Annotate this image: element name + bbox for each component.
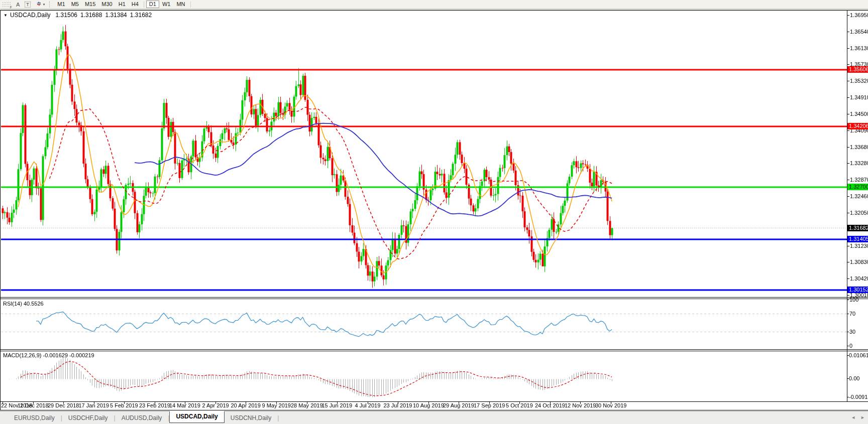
timeframe-w1-button[interactable]: W1 xyxy=(159,1,174,8)
tab-divider: | xyxy=(277,414,279,421)
text-icon: A xyxy=(16,2,20,8)
rsi-indicator-label: RSI(14) 40.5526 xyxy=(3,301,44,307)
toolbar-separator xyxy=(144,2,144,8)
toolbar-grip xyxy=(49,2,51,8)
chart-title: ▼ USDCAD,Daily 1.31506 1.31688 1.31384 1… xyxy=(4,12,155,19)
chart-symbol-label: USDCAD,Daily xyxy=(10,12,51,19)
chart-tab-usdcad[interactable]: USDCAD,Daily xyxy=(169,411,224,423)
tab-scroll-left-icon[interactable]: ◄ xyxy=(851,415,855,420)
chart-low-value: 1.31384 xyxy=(105,12,127,19)
chart-tab-eurusd[interactable]: EURUSD,Daily xyxy=(8,413,61,423)
arrows-icon xyxy=(36,1,42,8)
tab-scroll-right-icon[interactable]: ► xyxy=(860,415,865,420)
timeframe-m1-button[interactable]: M1 xyxy=(54,1,68,8)
toolbar-separator xyxy=(190,2,191,8)
fibonacci-icon-letter: F xyxy=(10,6,12,9)
chart-open-value: 1.31506 xyxy=(56,12,77,19)
chart-canvas[interactable] xyxy=(0,0,868,424)
fibonacci-icon: F xyxy=(3,2,11,8)
chart-tab-usdchf[interactable]: USDCHF,Daily xyxy=(62,413,114,423)
timeframe-mn-button[interactable]: MN xyxy=(173,1,188,8)
timeframe-m5-button[interactable]: M5 xyxy=(68,1,82,8)
timeframe-m15-button[interactable]: M15 xyxy=(82,1,98,8)
timeframe-m30-button[interactable]: M30 xyxy=(98,1,115,8)
chart-tab-usdcnh[interactable]: USDCNH,Daily xyxy=(225,413,277,423)
chart-tab-bar: EURUSD,Daily|USDCHF,Daily|AUDUSD,Daily|U… xyxy=(0,411,868,424)
timeframe-h4-button[interactable]: H4 xyxy=(129,1,142,8)
text-label-tool-button[interactable]: T xyxy=(22,1,33,8)
macd-indicator-label: MACD(12,26,9) -0.001629 -0.000219 xyxy=(3,352,94,358)
timeframe-d1-button[interactable]: D1 xyxy=(146,1,159,8)
chart-tab-audusd[interactable]: AUDUSD,Daily xyxy=(116,413,168,423)
text-label-icon: T xyxy=(25,2,31,8)
chart-title-dropdown-icon[interactable]: ▼ xyxy=(4,13,8,18)
trading-app-window: F A T ▾ M1 M5 M15 M30 H1 H4 D1 W1 MN xyxy=(0,0,868,424)
chevron-down-icon: ▾ xyxy=(43,3,45,7)
timeframe-h1-button[interactable]: H1 xyxy=(116,1,129,8)
toolbar: F A T ▾ M1 M5 M15 M30 H1 H4 D1 W1 MN xyxy=(0,0,868,9)
text-tool-button[interactable]: A xyxy=(14,1,22,8)
arrows-tool-button[interactable]: ▾ xyxy=(33,1,48,8)
chart-close-value: 1.31682 xyxy=(130,12,152,19)
chart-high-value: 1.31688 xyxy=(80,12,102,19)
tab-scroll-arrows: ◄ ► xyxy=(851,415,865,420)
fibonacci-tool-button[interactable]: F xyxy=(0,1,14,8)
